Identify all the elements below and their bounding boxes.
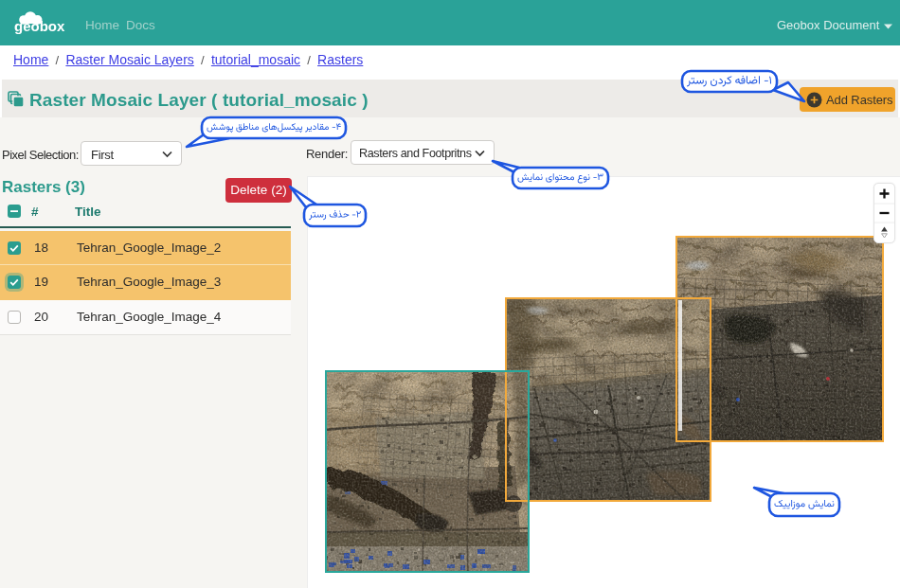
svg-text:geobox: geobox <box>14 18 65 34</box>
